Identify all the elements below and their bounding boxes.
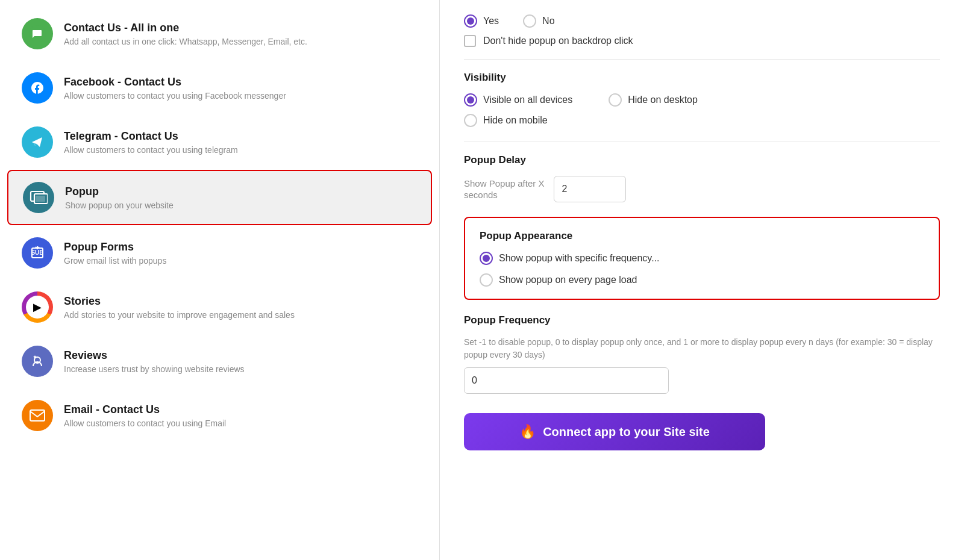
item-title-email-contact: Email - Contact Us bbox=[64, 403, 418, 416]
vis-option-hide-desktop[interactable]: Hide on desktop bbox=[609, 93, 698, 107]
item-desc-reviews: Increase users trust by showing website … bbox=[64, 364, 418, 374]
list-item-popup[interactable]: Popup Show popup on your website bbox=[7, 170, 432, 225]
yes-label: Yes bbox=[483, 16, 499, 26]
vis-dot-all bbox=[467, 96, 474, 104]
right-panel: Yes No Don't hide popup on backdrop clic… bbox=[440, 0, 964, 560]
item-text-telegram-contact: Telegram - Contact Us Allow customers to… bbox=[64, 130, 418, 155]
list-item-reviews[interactable]: Reviews Increase users trust by showing … bbox=[7, 335, 432, 388]
svg-rect-3 bbox=[36, 196, 45, 202]
fire-icon: 🔥 bbox=[519, 424, 536, 440]
item-desc-contact-us-all: Add all contact us in one click: Whatsap… bbox=[64, 37, 418, 46]
popup-appearance-title: Popup Appearance bbox=[480, 230, 924, 242]
item-text-stories: Stories Add stories to your website to i… bbox=[64, 295, 418, 320]
svg-rect-7 bbox=[30, 410, 45, 421]
appear-option-every-load[interactable]: Show popup on every page load bbox=[480, 273, 924, 287]
vis-option-all-devices[interactable]: Visible on all devices bbox=[464, 93, 572, 107]
connect-label: Connect app to your Site site bbox=[543, 425, 710, 439]
list-item-email-contact[interactable]: Email - Contact Us Allow customers to co… bbox=[7, 389, 432, 442]
email-icon bbox=[22, 400, 53, 431]
item-title-telegram-contact: Telegram - Contact Us bbox=[64, 130, 418, 143]
backdrop-label: Don't hide popup on backdrop click bbox=[483, 36, 633, 46]
backdrop-row: Don't hide popup on backdrop click bbox=[464, 35, 940, 47]
popup-appearance-section: Popup Appearance Show popup with specifi… bbox=[464, 217, 940, 300]
appear-option-specific[interactable]: Show popup with specific frequency... bbox=[480, 252, 924, 265]
list-item-popup-forms[interactable]: SUB Popup Forms Grow email list with pop… bbox=[7, 226, 432, 279]
popup-frequency-title: Popup Frequency bbox=[464, 314, 940, 326]
item-desc-facebook-contact: Allow customers to contact you using Fac… bbox=[64, 91, 418, 101]
popup-icon bbox=[23, 182, 54, 213]
item-text-contact-us-all: Contact Us - All in one Add all contact … bbox=[64, 22, 418, 46]
popup-delay-title: Popup Delay bbox=[464, 154, 940, 166]
divider-1 bbox=[464, 59, 940, 60]
yes-option[interactable]: Yes bbox=[464, 14, 499, 28]
backdrop-checkbox[interactable] bbox=[464, 35, 476, 47]
appear-label-every-load: Show popup on every page load bbox=[499, 275, 637, 285]
item-desc-telegram-contact: Allow customers to contact you using tel… bbox=[64, 145, 418, 155]
list-item-telegram-contact[interactable]: Telegram - Contact Us Allow customers to… bbox=[7, 116, 432, 169]
vis-option-hide-mobile[interactable]: Hide on mobile bbox=[464, 114, 548, 127]
connect-button[interactable]: 🔥 Connect app to your Site site bbox=[464, 413, 765, 450]
yes-radio[interactable] bbox=[464, 14, 477, 28]
appear-radio-specific[interactable] bbox=[480, 252, 493, 265]
delay-row: Show Popup after Xseconds bbox=[464, 176, 940, 202]
no-radio[interactable] bbox=[523, 14, 536, 28]
appear-dot-specific bbox=[483, 255, 490, 262]
item-title-reviews: Reviews bbox=[64, 349, 418, 362]
vis-radio-hide-mobile[interactable] bbox=[464, 114, 477, 127]
popup-frequency-section: Popup Frequency Set -1 to disable popup,… bbox=[464, 314, 940, 394]
vis-label-hide-mobile: Hide on mobile bbox=[483, 115, 548, 126]
popup-frequency-input[interactable] bbox=[464, 367, 669, 394]
appear-label-specific: Show popup with specific frequency... bbox=[499, 253, 660, 264]
stories-icon: ▶ bbox=[22, 291, 53, 323]
item-desc-stories: Add stories to your website to improve e… bbox=[64, 310, 418, 320]
reviews-icon bbox=[22, 346, 53, 377]
list-item-stories[interactable]: ▶ Stories Add stories to your website to… bbox=[7, 281, 432, 334]
popup-frequency-desc: Set -1 to disable popup, 0 to display po… bbox=[464, 336, 940, 361]
vis-radio-hide-desktop[interactable] bbox=[609, 93, 622, 107]
item-title-popup: Popup bbox=[65, 185, 416, 198]
yes-no-group: Yes No bbox=[464, 14, 940, 28]
yes-radio-dot bbox=[467, 17, 474, 25]
popup-delay-section: Popup Delay Show Popup after Xseconds bbox=[464, 154, 940, 202]
visibility-title: Visibility bbox=[464, 72, 940, 84]
popup-forms-icon: SUB bbox=[22, 237, 53, 269]
divider-2 bbox=[464, 142, 940, 142]
item-text-reviews: Reviews Increase users trust by showing … bbox=[64, 349, 418, 374]
item-desc-email-contact: Allow customers to contact you using Ema… bbox=[64, 418, 418, 428]
facebook-icon bbox=[22, 72, 53, 104]
no-label: No bbox=[542, 16, 554, 26]
vis-label-hide-desktop: Hide on desktop bbox=[628, 95, 698, 105]
list-item-contact-us-all[interactable]: Contact Us - All in one Add all contact … bbox=[7, 7, 432, 60]
item-title-contact-us-all: Contact Us - All in one bbox=[64, 22, 418, 34]
vis-label-all: Visible on all devices bbox=[483, 95, 572, 105]
svg-text:SUB: SUB bbox=[31, 249, 43, 256]
item-title-popup-forms: Popup Forms bbox=[64, 241, 418, 254]
item-title-facebook-contact: Facebook - Contact Us bbox=[64, 76, 418, 89]
item-text-email-contact: Email - Contact Us Allow customers to co… bbox=[64, 403, 418, 428]
delay-input[interactable] bbox=[554, 176, 626, 202]
item-desc-popup-forms: Grow email list with popups bbox=[64, 256, 418, 266]
item-title-stories: Stories bbox=[64, 295, 418, 308]
contact-all-icon bbox=[22, 18, 53, 49]
telegram-icon bbox=[22, 126, 53, 158]
item-desc-popup: Show popup on your website bbox=[65, 201, 416, 210]
left-panel: Contact Us - All in one Add all contact … bbox=[0, 0, 440, 560]
item-text-popup-forms: Popup Forms Grow email list with popups bbox=[64, 241, 418, 266]
appear-radio-every-load[interactable] bbox=[480, 273, 493, 287]
visibility-section: Visibility Visible on all devices Hide o… bbox=[464, 72, 940, 127]
vis-radio-all[interactable] bbox=[464, 93, 477, 107]
no-option[interactable]: No bbox=[523, 14, 554, 28]
list-item-facebook-contact[interactable]: Facebook - Contact Us Allow customers to… bbox=[7, 61, 432, 114]
delay-label: Show Popup after Xseconds bbox=[464, 178, 544, 201]
item-text-facebook-contact: Facebook - Contact Us Allow customers to… bbox=[64, 76, 418, 101]
item-text-popup: Popup Show popup on your website bbox=[65, 185, 416, 210]
